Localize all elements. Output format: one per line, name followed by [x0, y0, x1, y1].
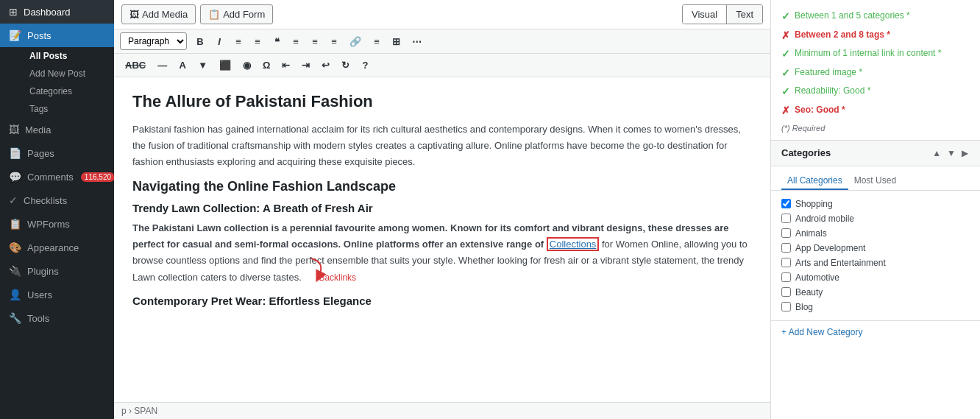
cat-label-blog: Blog: [795, 302, 813, 312]
seo-check-2: ✓: [781, 47, 790, 62]
seo-check-3: ✓: [781, 66, 790, 81]
add-new-category-link[interactable]: + Add New Category: [771, 320, 980, 343]
sidebar-item-add-new-post[interactable]: Add New Post: [21, 65, 114, 82]
sidebar-label-dashboard: Dashboard: [24, 7, 71, 18]
tab-most-used[interactable]: Most Used: [848, 172, 902, 190]
outdent-button[interactable]: ⇤: [277, 57, 295, 74]
sidebar-label-checklists: Checklists: [24, 195, 67, 206]
link-button[interactable]: 🔗: [344, 33, 366, 50]
editor-toolbar-row1: Paragraph B I ≡ ≡ ❝ ≡ ≡ ≡ 🔗 ≡ ⊞ ⋯: [114, 29, 770, 54]
panel-close-button[interactable]: ▶: [960, 147, 970, 160]
cat-checkbox-arts-entertainment[interactable]: [781, 258, 791, 267]
seo-panel: ✓ Between 1 and 5 categories * ✗ Between…: [771, 0, 980, 141]
tab-text[interactable]: Text: [727, 5, 762, 24]
categories-panel-title: Categories: [781, 147, 831, 158]
bold-button[interactable]: B: [191, 33, 209, 50]
cat-checkbox-blog[interactable]: [781, 302, 791, 311]
seo-check-0: ✓: [781, 10, 790, 24]
align-left-button[interactable]: ≡: [287, 33, 305, 50]
sidebar-item-comments[interactable]: 💬 Comments 116,520: [0, 165, 114, 189]
seo-cross-5: ✗: [781, 104, 790, 119]
seo-text-0: Between 1 and 5 categories *: [795, 10, 910, 22]
content-heading-1: The Allure of Pakistani Fashion: [132, 92, 752, 111]
redo-button[interactable]: ↻: [336, 57, 355, 74]
sidebar-item-categories[interactable]: Categories: [21, 82, 114, 100]
sidebar-label-categories: Categories: [29, 86, 72, 96]
status-bar: p › SPAN: [114, 402, 770, 419]
backlinks-annotation: Backlinks: [304, 270, 356, 286]
seo-item-2: ✓ Minimum of 1 internal link in content …: [781, 45, 970, 64]
text-color-dropdown[interactable]: ▼: [193, 57, 213, 74]
sidebar-item-pages[interactable]: 📄 Pages: [0, 141, 114, 165]
sidebar-item-media[interactable]: 🖼 Media: [0, 118, 114, 141]
sidebar-label-plugins: Plugins: [27, 266, 59, 277]
cat-label-automotive: Automotive: [795, 272, 839, 283]
seo-item-1: ✗ Between 2 and 8 tags *: [781, 27, 970, 46]
text-color-button[interactable]: A: [174, 57, 191, 74]
posts-icon: 📝: [9, 29, 21, 41]
undo-button[interactable]: ↩: [316, 57, 335, 74]
sidebar-item-all-posts[interactable]: All Posts: [21, 47, 114, 65]
comments-badge: 116,520: [81, 172, 115, 182]
indent-button[interactable]: ⇥: [297, 57, 315, 74]
sidebar-label-media: Media: [25, 124, 51, 135]
sidebar-item-appearance[interactable]: 🎨 Appearance: [0, 236, 114, 259]
more-button[interactable]: ≡: [368, 33, 386, 50]
appearance-icon: 🎨: [9, 242, 21, 253]
horizontal-rule-button[interactable]: —: [152, 57, 172, 74]
toggle-toolbar-button[interactable]: ⋯: [407, 33, 427, 50]
align-center-button[interactable]: ≡: [306, 33, 324, 50]
cat-checkbox-animals[interactable]: [781, 228, 791, 238]
content-heading-3-2: Contemporary Pret Wear: Effortless Elega…: [132, 295, 752, 307]
seo-text-2: Minimum of 1 internal link in content *: [795, 47, 941, 60]
content-heading-3-1: Trendy Lawn Collection: A Breath of Fres…: [132, 202, 752, 214]
wpforms-icon: 📋: [9, 218, 21, 230]
sidebar-item-dashboard[interactable]: ⊞ Dashboard: [0, 0, 114, 24]
cat-checkbox-shopping[interactable]: [781, 199, 791, 208]
add-media-button[interactable]: 🖼 Add Media: [121, 4, 196, 24]
sidebar-item-plugins[interactable]: 🔌 Plugins: [0, 259, 114, 283]
cat-checkbox-android-mobile[interactable]: [781, 214, 791, 223]
sidebar-item-tags[interactable]: Tags: [21, 100, 114, 118]
align-right-button[interactable]: ≡: [325, 33, 343, 50]
seo-item-5: ✗ Seo: Good *: [781, 102, 970, 121]
sidebar-label-users: Users: [27, 289, 52, 300]
sidebar-label-tags: Tags: [29, 104, 48, 114]
collections-link[interactable]: Collections: [547, 237, 600, 251]
panel-collapse-down-button[interactable]: ▼: [945, 147, 957, 160]
main-area: 🖼 Add Media 📋 Add Form Visual Text Parag…: [114, 0, 980, 419]
strikethrough-button[interactable]: ABC: [120, 57, 151, 74]
clear-formatting-button[interactable]: ◉: [238, 57, 256, 74]
plugins-icon: 🔌: [9, 265, 21, 277]
cat-checkbox-automotive[interactable]: [781, 272, 791, 282]
tab-visual[interactable]: Visual: [683, 5, 727, 24]
sidebar-item-checklists[interactable]: ✓ Checklists: [0, 189, 114, 212]
italic-button[interactable]: I: [210, 33, 228, 50]
blockquote-button[interactable]: ❝: [268, 33, 285, 50]
sidebar: ⊞ Dashboard 📝 Posts All Posts Add New Po…: [0, 0, 114, 419]
checklists-icon: ✓: [9, 194, 18, 206]
sidebar-label-all-posts: All Posts: [29, 51, 67, 61]
special-chars-button[interactable]: Ω: [258, 57, 275, 74]
content-paragraph-1: Pakistani fashion has gained internation…: [132, 122, 752, 170]
seo-required-note: (*) Required: [781, 124, 970, 133]
unordered-list-button[interactable]: ≡: [230, 33, 247, 50]
fullscreen-button[interactable]: ⊞: [387, 33, 405, 50]
cat-checkbox-beauty[interactable]: [781, 287, 791, 297]
add-form-label: Add Form: [223, 9, 265, 20]
panel-collapse-up-button[interactable]: ▲: [931, 147, 942, 160]
content-heading-2: Navigating the Online Fashion Landscape: [132, 179, 752, 194]
paragraph-select[interactable]: Paragraph: [120, 32, 187, 50]
ordered-list-button[interactable]: ≡: [249, 33, 266, 50]
sidebar-item-wpforms[interactable]: 📋 WPForms: [0, 212, 114, 236]
paste-as-text-button[interactable]: ⬛: [214, 57, 236, 74]
seo-check-4: ✓: [781, 85, 790, 99]
cat-item-arts-entertainment: Arts and Entertainment: [781, 256, 970, 270]
help-button[interactable]: ?: [356, 57, 374, 74]
tab-all-categories[interactable]: All Categories: [781, 172, 848, 190]
sidebar-item-posts[interactable]: 📝 Posts: [0, 24, 114, 47]
add-form-button[interactable]: 📋 Add Form: [200, 4, 273, 24]
sidebar-item-tools[interactable]: 🔧 Tools: [0, 306, 114, 330]
sidebar-item-users[interactable]: 👤 Users: [0, 283, 114, 306]
cat-checkbox-app-development[interactable]: [781, 243, 791, 253]
